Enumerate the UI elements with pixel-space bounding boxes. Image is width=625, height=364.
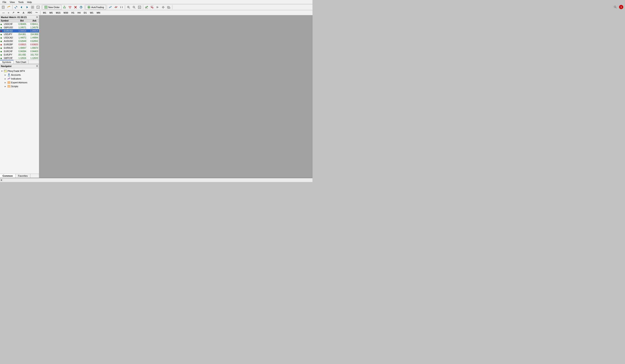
mw-symbol-eurchf: ◆ EURCHF xyxy=(0,50,13,53)
tf-h1[interactable]: H1 xyxy=(70,11,76,14)
tf-m30[interactable]: M30 xyxy=(62,11,69,14)
mw-symbol-usdjpy: ◆ USDJPY xyxy=(0,33,13,35)
draw-pencil-btn[interactable]: ✏ xyxy=(16,11,21,14)
close-btn2[interactable] xyxy=(73,5,78,10)
tab-tick-chart[interactable]: Tick Chart xyxy=(13,60,29,64)
grid-btn[interactable] xyxy=(30,5,35,10)
sell-btn[interactable] xyxy=(67,5,72,10)
terminal-close-btn[interactable]: ✕ xyxy=(0,179,2,182)
market-watch-close[interactable]: ✕ xyxy=(36,16,38,19)
tf-d1[interactable]: D1 xyxy=(82,11,88,14)
mw-symbol-gbpchf: ◆ GBPCHF xyxy=(0,57,13,59)
mw-row-usdcad[interactable]: ◆ USDCAD 1.44072 1.44084 xyxy=(0,36,39,39)
svg-rect-7 xyxy=(31,6,32,7)
fit-btn[interactable] xyxy=(35,5,41,10)
mw-ask-usdjpy: 154.869 xyxy=(27,33,39,35)
col-ask: Ask xyxy=(25,19,37,22)
refresh2-btn[interactable] xyxy=(79,5,84,10)
svg-line-12 xyxy=(38,7,38,8)
market-watch-rows: ◆ USDCHF 0.90405 0.90411 ◆ GBPUSD 1.2457… xyxy=(0,22,39,60)
navigator-close[interactable]: ✕ xyxy=(36,65,38,68)
indicators2-btn[interactable] xyxy=(113,5,119,10)
market-watch-header: Market Watch: 01:50:21 ✕ xyxy=(0,15,39,19)
refresh-btn[interactable] xyxy=(13,5,19,10)
nav-root-icon xyxy=(4,69,7,73)
mw-ask-gbpchf: 1.12633 xyxy=(27,57,39,59)
mw-row-eurgbp[interactable]: ◆ EURGBP 0.83815 0.83820 xyxy=(0,43,39,46)
period-sep-btn[interactable] xyxy=(119,5,124,10)
draw-text-btn[interactable]: A xyxy=(21,11,26,14)
mw-row-audusd[interactable]: ◆ AUDUSD 0.62649 0.62652 xyxy=(0,39,39,43)
tf-m15[interactable]: M15 xyxy=(55,11,62,14)
nav-root[interactable]: ▼ PlexyTrade MT4 xyxy=(1,69,38,73)
draw-abc-btn[interactable]: ABC xyxy=(26,11,34,14)
svg-marker-38 xyxy=(157,6,158,8)
svg-point-50 xyxy=(8,74,10,75)
tf-h4[interactable]: H4 xyxy=(76,11,82,14)
mw-bid-usdcad: 1.44072 xyxy=(13,36,27,39)
zoom-out-btn[interactable] xyxy=(131,5,137,10)
mw-row-usdjpy[interactable]: ◆ USDJPY 154.861 154.869 xyxy=(0,32,39,36)
new-chart-btn[interactable] xyxy=(1,5,6,10)
nav-root-expand: ▼ xyxy=(1,70,3,72)
nav-scripts[interactable]: ► Scripts xyxy=(4,84,38,88)
buy-btn[interactable] xyxy=(62,5,67,10)
new-order-btn[interactable]: + New Order xyxy=(43,5,62,10)
nav-indicators[interactable]: ► Indicators xyxy=(4,77,38,81)
nav-indicators-label: Indicators xyxy=(11,77,21,80)
svg-line-31 xyxy=(134,8,135,8)
shift-btn[interactable] xyxy=(155,5,160,10)
mw-ask-eurjpy: 161.703 xyxy=(27,54,39,56)
mw-ask-usdchf: 0.90411 xyxy=(27,23,39,25)
fit2-btn[interactable] xyxy=(137,5,142,10)
svg-rect-8 xyxy=(33,6,34,7)
options-btn[interactable] xyxy=(161,5,166,10)
window-btn[interactable] xyxy=(166,5,171,10)
market-watch: Market Watch: 01:50:21 ✕ Symbol Bid Ask … xyxy=(0,15,39,64)
nav-tab-common[interactable]: Common xyxy=(0,174,16,178)
chart-down-btn[interactable] xyxy=(150,5,155,10)
mw-row-euraud[interactable]: ◆ EURAUD 1.66657 1.66673 xyxy=(0,46,39,50)
svg-rect-51 xyxy=(8,81,10,84)
nav-tab-favorites[interactable]: Favorites xyxy=(16,174,31,178)
open-btn[interactable] xyxy=(6,5,11,10)
mw-row-gbpchf[interactable]: ◆ GBPCHF 1.12616 1.12633 xyxy=(0,56,39,60)
mw-row-usdchf[interactable]: ◆ USDCHF 0.90405 0.90411 xyxy=(0,22,39,26)
draw-arrow-btn[interactable]: ↗ xyxy=(11,11,16,14)
tab-symbols[interactable]: Symbols xyxy=(0,60,13,64)
autotrading-btn[interactable]: AutoTrading xyxy=(86,5,106,10)
menu-view[interactable]: View xyxy=(8,0,17,4)
draw-wave-btn[interactable]: 〜 xyxy=(34,11,39,15)
tf-m5[interactable]: M5 xyxy=(48,11,54,14)
terminal-header: ✕ xyxy=(0,178,312,182)
mw-row-eurjpy[interactable]: ◆ EURJPY 161.692 161.703 xyxy=(0,53,39,56)
tf-mn[interactable]: MN xyxy=(95,11,102,14)
svg-marker-15 xyxy=(63,6,66,8)
terminal-panel: ✕ Order ↑ Time Type Size Symbol Price S … xyxy=(0,178,312,182)
market-watch-tabs: Symbols Tick Chart xyxy=(0,60,39,64)
draw-line-btn[interactable]: — xyxy=(1,11,6,14)
mw-row-eurchf[interactable]: ◆ EURCHF 0.94394 0.94403 xyxy=(0,50,39,53)
forward-btn[interactable] xyxy=(25,5,30,10)
tf-sep-1 xyxy=(40,11,40,15)
navigator: Navigator ✕ ▼ PlexyTrade MT4 ► xyxy=(0,64,39,178)
nav-experts[interactable]: ► Expert Advisors xyxy=(4,81,38,84)
timeframe-bar: — + ↗ ✏ A ABC 〜 M1 M5 M15 M30 H1 H4 D1 W… xyxy=(0,10,312,15)
menu-help[interactable]: Help xyxy=(25,0,34,4)
tf-w1[interactable]: W1 xyxy=(89,11,95,14)
menu-file[interactable]: File xyxy=(1,0,8,4)
menu-tools[interactable]: Tools xyxy=(16,0,25,4)
chart-up-btn[interactable] xyxy=(144,5,149,10)
zoom-in-btn[interactable] xyxy=(126,5,131,10)
back-btn[interactable] xyxy=(19,5,24,10)
nav-indicators-expand: ► xyxy=(4,78,7,80)
mw-row-gbpusd[interactable]: ◆ GBPUSD 1.24571 1.24578 xyxy=(0,26,39,29)
mw-bid-gbpusd: 1.24571 xyxy=(13,26,27,29)
separator-6 xyxy=(143,5,143,9)
mw-row-eurusd[interactable]: ◆ EURUSD 1.04414 1.04414 xyxy=(0,29,39,32)
nav-accounts[interactable]: ► Accounts xyxy=(4,73,38,77)
nav-subtree: ► Accounts ► Indicators ► xyxy=(1,73,38,88)
indicators-btn[interactable] xyxy=(108,5,113,10)
tf-m1[interactable]: M1 xyxy=(41,11,48,14)
draw-cross-btn[interactable]: + xyxy=(6,11,11,14)
